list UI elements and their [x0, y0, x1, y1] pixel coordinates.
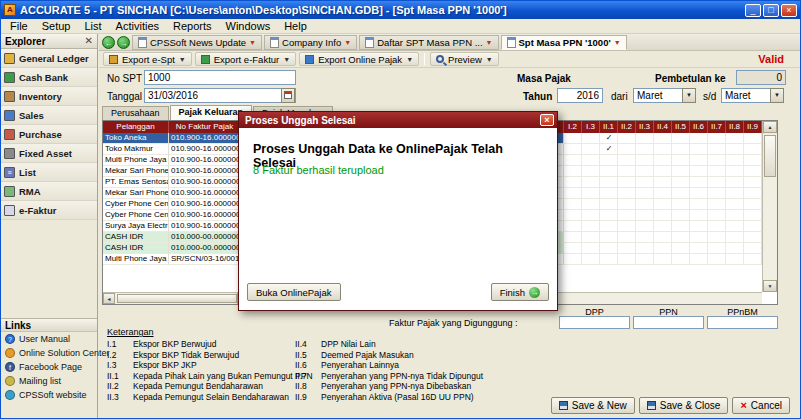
export-onlinepajak-button[interactable]: Export Online Pajak ▼ [299, 52, 419, 66]
header-col[interactable]: II.1 [600, 121, 618, 133]
cell-checks [564, 155, 762, 166]
tab-cpssoft-news[interactable]: CPSSoft News Update ▼ [132, 35, 262, 50]
menu-reports[interactable]: Reports [166, 20, 219, 32]
link-user-manual[interactable]: ? User Manual [1, 332, 97, 346]
sd-dropdown-icon[interactable]: ▼ [770, 88, 784, 103]
scroll-up-icon[interactable]: ▲ [763, 121, 777, 133]
dialog-close-icon[interactable]: × [540, 114, 554, 126]
document-icon [270, 37, 279, 48]
link-mailing-list[interactable]: Mailing list [1, 374, 97, 388]
scroll-left-icon[interactable]: ◄ [103, 293, 115, 304]
titlebar: A ACCURATE 5 - PT SINCHAN [C:\Users\anto… [1, 1, 800, 19]
menu-setup[interactable]: Setup [35, 20, 78, 32]
header-col[interactable]: II.6 [690, 121, 708, 133]
sidebar-item-general-ledger[interactable]: General Ledger [1, 49, 97, 68]
tahun-input[interactable] [557, 88, 603, 103]
header-col[interactable]: I.2 [564, 121, 582, 133]
export-espt-button[interactable]: Export e-Spt ▼ [103, 52, 192, 66]
sidebar-item-e-faktur[interactable]: e-Faktur [1, 201, 97, 220]
menu-activities[interactable]: Activities [109, 20, 166, 32]
chevron-down-icon[interactable]: ▼ [249, 39, 256, 46]
back-button[interactable]: ← [102, 36, 115, 49]
tab-spt-masa-ppn[interactable]: Spt Masa PPN '1000' ▼ [501, 35, 627, 50]
legend-item: I.1Ekspor BKP Berwujud [107, 339, 313, 350]
cell-pelanggan: Toko Aneka [103, 133, 169, 144]
scrollbar-thumb[interactable] [117, 294, 237, 303]
sidebar-item-sales[interactable]: Sales [1, 106, 97, 125]
website-icon [5, 390, 15, 400]
menu-file[interactable]: File [3, 20, 35, 32]
save-icon [559, 401, 568, 410]
tanggal-input[interactable] [144, 88, 296, 103]
cell-checks [564, 221, 762, 232]
tahun-label: Tahun [523, 91, 552, 102]
preview-button[interactable]: Preview ▼ [430, 52, 499, 66]
scroll-down-icon[interactable]: ▼ [763, 280, 777, 292]
cell-checks [564, 232, 762, 243]
no-spt-input[interactable] [144, 70, 296, 85]
ppnbm-total-field[interactable] [707, 316, 778, 329]
header-col[interactable]: II.3 [636, 121, 654, 133]
menu-list[interactable]: List [77, 20, 108, 32]
header-no-faktur[interactable]: No Faktur Pajak [169, 121, 241, 133]
menubar: File Setup List Activities Reports Windo… [1, 19, 800, 34]
header-col[interactable]: I.3 [582, 121, 600, 133]
link-online-solution-center[interactable]: Online Solution Center [1, 346, 97, 360]
list-icon: ≡ [4, 167, 15, 178]
chevron-down-icon[interactable]: ▼ [614, 39, 621, 46]
sidebar-item-fixed-asset[interactable]: Fixed Asset [1, 144, 97, 163]
legend-item: II.5Deemed Pajak Masukan [295, 350, 483, 361]
maximize-button[interactable]: □ [763, 4, 779, 17]
sidebar-item-purchase[interactable]: Purchase [1, 125, 97, 144]
header-col[interactable]: II.4 [654, 121, 672, 133]
close-button[interactable]: × [781, 4, 797, 17]
link-facebook-page[interactable]: f Facebook Page [1, 360, 97, 374]
header-col[interactable]: II.7 [708, 121, 726, 133]
export-efaktur-button[interactable]: Export e-Faktur ▼ [195, 52, 296, 66]
header-col[interactable]: II.9 [744, 121, 762, 133]
header-col[interactable]: II.2 [618, 121, 636, 133]
pembetulan-input[interactable] [736, 70, 786, 85]
forward-button[interactable]: → [117, 36, 130, 49]
dpp-total-field[interactable] [559, 316, 630, 329]
sidebar-item-list[interactable]: ≡ List [1, 163, 97, 182]
document-icon [507, 37, 516, 48]
link-cpssoft-website[interactable]: CPSSoft website [1, 388, 97, 402]
menu-help[interactable]: Help [277, 20, 314, 32]
header-col[interactable]: II.5 [672, 121, 690, 133]
tab-daftar-spt[interactable]: Daftar SPT Masa PPN ... ▼ [359, 35, 498, 50]
legend-item: II.1Kepada Pihak Lain yang Bukan Pemungu… [107, 371, 313, 382]
sidebar-item-rma[interactable]: RMA [1, 182, 97, 201]
window-title: ACCURATE 5 - PT SINCHAN [C:\Users\anton\… [20, 4, 745, 16]
document-icon [138, 37, 147, 48]
calendar-button[interactable] [281, 88, 295, 103]
sd-select[interactable] [721, 88, 771, 103]
ppn-total-field[interactable] [633, 316, 704, 329]
tanggal-label: Tanggal [107, 91, 142, 102]
finish-button[interactable]: Finish → [491, 283, 549, 301]
scrollbar-thumb[interactable] [764, 135, 776, 177]
menu-windows[interactable]: Windows [219, 20, 278, 32]
save-new-button[interactable]: Save & New [551, 397, 635, 414]
subtab-perusahaan[interactable]: Perusahaan [102, 106, 169, 120]
header-pelanggan[interactable]: Pelanggan [103, 121, 169, 133]
cancel-button[interactable]: × Cancel [732, 397, 790, 414]
sidebar-item-cash-bank[interactable]: Cash Bank [1, 68, 97, 87]
vertical-scrollbar[interactable]: ▲ ▼ [762, 121, 777, 292]
save-close-button[interactable]: Save & Close [639, 397, 729, 414]
chevron-down-icon: ▼ [486, 56, 493, 63]
explorer-close-icon[interactable]: ✕ [85, 36, 93, 46]
chevron-down-icon[interactable]: ▼ [344, 39, 351, 46]
cell-checks: ✓ [564, 133, 762, 144]
sidebar-item-inventory[interactable]: Inventory [1, 87, 97, 106]
header-col[interactable]: II.8 [726, 121, 744, 133]
tab-company-info[interactable]: Company Info ▼ [264, 35, 357, 50]
minimize-button[interactable]: _ [745, 4, 761, 17]
inventory-icon [4, 91, 15, 102]
chevron-down-icon[interactable]: ▼ [486, 39, 493, 46]
cell-faktur: 010.000-00.00000000 [169, 232, 241, 243]
buka-onlinepajak-button[interactable]: Buka OnlinePajak [247, 283, 341, 301]
dari-select[interactable] [633, 88, 683, 103]
finish-arrow-icon: → [529, 287, 540, 298]
dari-dropdown-icon[interactable]: ▼ [682, 88, 696, 103]
